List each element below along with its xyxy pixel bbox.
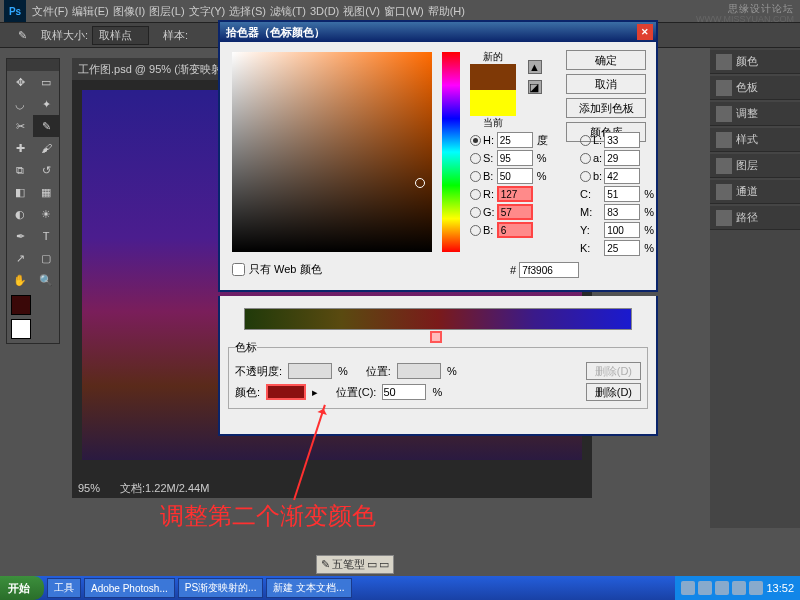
gradient-bar[interactable]: [244, 308, 632, 330]
eyedropper-icon[interactable]: ✎: [18, 29, 27, 42]
cube-icon[interactable]: ◪: [528, 80, 542, 94]
cancel-button[interactable]: 取消: [566, 74, 646, 94]
l-input[interactable]: [604, 132, 640, 148]
gradient-stop-selected[interactable]: [430, 331, 442, 343]
menu-edit[interactable]: 编辑(E): [72, 4, 109, 19]
system-tray[interactable]: 13:52: [675, 576, 800, 600]
menu-select[interactable]: 选择(S): [229, 4, 266, 19]
dodge-tool[interactable]: ☀: [33, 203, 59, 225]
s-input[interactable]: [497, 150, 533, 166]
shape-tool[interactable]: ▢: [33, 247, 59, 269]
ok-button[interactable]: 确定: [566, 50, 646, 70]
y-input[interactable]: [604, 222, 640, 238]
hue-slider[interactable]: [442, 52, 460, 252]
taskbar-item[interactable]: 工具: [47, 578, 81, 598]
eraser-tool[interactable]: ◧: [7, 181, 33, 203]
opacity-input[interactable]: [288, 363, 332, 379]
delete-color-stop-button[interactable]: 删除(D): [586, 383, 641, 401]
foreground-color[interactable]: [11, 295, 31, 315]
hand-tool[interactable]: ✋: [7, 269, 33, 291]
brush-tool[interactable]: 🖌: [33, 137, 59, 159]
menu-filter[interactable]: 滤镜(T): [270, 4, 306, 19]
panel-styles[interactable]: 样式: [710, 128, 800, 152]
tray-icon[interactable]: [732, 581, 746, 595]
l-radio[interactable]: [580, 135, 591, 146]
tray-icon[interactable]: [698, 581, 712, 595]
taskbar-item[interactable]: 新建 文本文档...: [266, 578, 351, 598]
bb-radio[interactable]: [470, 225, 481, 236]
k-input[interactable]: [604, 240, 640, 256]
b-input[interactable]: [497, 168, 533, 184]
panel-dock: 颜色 色板 调整 样式 图层 通道 路径: [710, 48, 800, 528]
sample-size-dropdown[interactable]: 取样点: [92, 26, 149, 45]
tray-icon[interactable]: [715, 581, 729, 595]
m-input[interactable]: [604, 204, 640, 220]
bb-input[interactable]: [497, 222, 533, 238]
wand-tool[interactable]: ✦: [33, 93, 59, 115]
taskbar-item[interactable]: PS渐变映射的...: [178, 578, 264, 598]
r-radio[interactable]: [470, 189, 481, 200]
panel-adjustments[interactable]: 调整: [710, 102, 800, 126]
menu-3d[interactable]: 3D(D): [310, 5, 339, 17]
eyedropper-tool[interactable]: ✎: [33, 115, 59, 137]
c-input[interactable]: [604, 186, 640, 202]
menu-layer[interactable]: 图层(L): [149, 4, 184, 19]
background-color[interactable]: [11, 319, 31, 339]
h-input[interactable]: [497, 132, 533, 148]
gradient-tool[interactable]: ▦: [33, 181, 59, 203]
opacity-pos-input[interactable]: [397, 363, 441, 379]
warning-icon[interactable]: ▲: [528, 60, 542, 74]
panel-color[interactable]: 颜色: [710, 50, 800, 74]
tray-icon[interactable]: [749, 581, 763, 595]
move-tool[interactable]: ✥: [7, 71, 33, 93]
r-input[interactable]: [497, 186, 533, 202]
chevron-right-icon[interactable]: ▸: [312, 386, 318, 399]
g-input[interactable]: [497, 204, 533, 220]
s-radio[interactable]: [470, 153, 481, 164]
stop-color-swatch[interactable]: [266, 384, 306, 400]
menu-window[interactable]: 窗口(W): [384, 4, 424, 19]
start-button[interactable]: 开始: [0, 576, 44, 600]
delete-opacity-stop-button[interactable]: 删除(D): [586, 362, 641, 380]
pen-tool[interactable]: ✒: [7, 225, 33, 247]
menu-help[interactable]: 帮助(H): [428, 4, 465, 19]
menu-file[interactable]: 文件(F): [32, 4, 68, 19]
menu-view[interactable]: 视图(V): [343, 4, 380, 19]
lb-input[interactable]: [604, 168, 640, 184]
g-radio[interactable]: [470, 207, 481, 218]
history-brush-tool[interactable]: ↺: [33, 159, 59, 181]
lasso-tool[interactable]: ◡: [7, 93, 33, 115]
a-radio[interactable]: [580, 153, 591, 164]
type-tool[interactable]: T: [33, 225, 59, 247]
h-radio[interactable]: [470, 135, 481, 146]
b-radio[interactable]: [470, 171, 481, 182]
crop-tool[interactable]: ✂: [7, 115, 33, 137]
zoom-level[interactable]: 95%: [78, 482, 100, 494]
panel-layers[interactable]: 图层: [710, 154, 800, 178]
color-cursor[interactable]: [415, 178, 425, 188]
panel-paths[interactable]: 路径: [710, 206, 800, 230]
lb-radio[interactable]: [580, 171, 591, 182]
close-button[interactable]: ✕: [637, 24, 653, 40]
a-input[interactable]: [604, 150, 640, 166]
stamp-tool[interactable]: ⧉: [7, 159, 33, 181]
panel-swatches[interactable]: 色板: [710, 76, 800, 100]
saturation-value-field[interactable]: [232, 52, 432, 252]
add-swatch-button[interactable]: 添加到色板: [566, 98, 646, 118]
ime-bar[interactable]: ✎五笔型▭▭: [316, 555, 394, 574]
dialog-title: 拾色器（色标颜色）: [226, 25, 325, 40]
menu-type[interactable]: 文字(Y): [189, 4, 226, 19]
color-pos-input[interactable]: [382, 384, 426, 400]
watermark-url: WWW.MISSYUAN.COM: [696, 14, 794, 24]
heal-tool[interactable]: ✚: [7, 137, 33, 159]
tray-icon[interactable]: [681, 581, 695, 595]
panel-channels[interactable]: 通道: [710, 180, 800, 204]
blur-tool[interactable]: ◐: [7, 203, 33, 225]
taskbar-item[interactable]: Adobe Photosh...: [84, 578, 175, 598]
marquee-tool[interactable]: ▭: [33, 71, 59, 93]
hex-input[interactable]: [519, 262, 579, 278]
menu-image[interactable]: 图像(I): [113, 4, 145, 19]
web-only-checkbox[interactable]: [232, 263, 245, 276]
path-tool[interactable]: ↗: [7, 247, 33, 269]
zoom-tool[interactable]: 🔍: [33, 269, 59, 291]
